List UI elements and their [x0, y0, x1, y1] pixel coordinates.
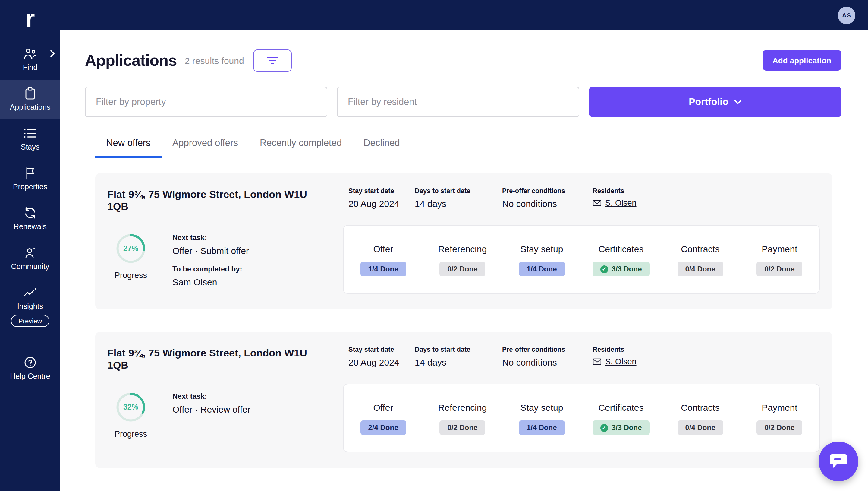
preview-badge: Preview	[11, 315, 49, 327]
progress-column: 32% Progress	[109, 384, 153, 453]
page-title: Applications	[85, 51, 177, 70]
main-content: Applications 2 results found Add applica…	[60, 30, 868, 491]
status-certificates: Certificates ✓ 3/3 Done	[581, 402, 661, 435]
application-card[interactable]: Flat 9¾, 75 Wigmore Street, London W1U 1…	[95, 332, 832, 468]
person-icon	[24, 246, 37, 259]
chip-label: 0/2 Done	[447, 424, 477, 432]
meta-value: No conditions	[502, 198, 592, 209]
app-logo[interactable]: r	[25, 4, 35, 34]
app-root: AS r Find	[0, 0, 868, 491]
sidebar-item-find[interactable]: Find	[0, 40, 60, 80]
progress-column: 27% Progress	[109, 225, 153, 294]
sidebar-item-help-centre[interactable]: Help Centre	[0, 349, 60, 388]
progress-ring: 32%	[115, 392, 147, 423]
progress-label: Progress	[115, 430, 147, 438]
sidebar-item-label: Applications	[10, 103, 51, 112]
resident-link[interactable]: S. Olsen	[605, 357, 637, 366]
chip-label: 0/2 Done	[447, 265, 477, 273]
status-chip[interactable]: ✓ 2/4 Done	[360, 421, 406, 435]
status-chip[interactable]: ✓ 3/3 Done	[592, 421, 650, 435]
user-avatar[interactable]: AS	[838, 7, 855, 24]
people-icon	[23, 47, 37, 60]
sidebar-item-label: Properties	[13, 183, 47, 191]
status-panel: Offer ✓ 2/4 Done Referencing ✓	[343, 384, 820, 453]
progress-percent: 27%	[115, 233, 147, 264]
card-body-row: 27% Progress Next task: Offer · Submit o…	[107, 225, 820, 294]
status-chip[interactable]: ✓ 1/4 Done	[519, 421, 564, 435]
filter-row: Portfolio	[85, 87, 841, 117]
status-chip[interactable]: ✓ 0/2 Done	[439, 421, 485, 435]
vertical-divider	[161, 226, 162, 275]
sidebar: r Find	[0, 0, 60, 491]
status-name: Certificates	[598, 402, 644, 412]
meta-value: 14 days	[415, 357, 502, 367]
status-stay-setup: Stay setup ✓ 1/4 Done	[502, 402, 581, 435]
status-name: Offer	[373, 244, 393, 254]
filter-button[interactable]	[253, 49, 292, 71]
task-info: Next task: Offer · Submit offer To be co…	[173, 225, 249, 294]
status-name: Contracts	[681, 402, 719, 412]
portfolio-dropdown[interactable]: Portfolio	[589, 87, 841, 117]
meta-pre-offer-conditions: Pre-offer conditions No conditions	[502, 346, 592, 372]
sidebar-item-renewals[interactable]: Renewals	[0, 199, 60, 239]
resident-link[interactable]: S. Olsen	[605, 198, 637, 207]
tab-approved-offers[interactable]: Approved offers	[161, 138, 249, 158]
add-application-button[interactable]: Add application	[762, 50, 841, 70]
sidebar-item-applications[interactable]: Applications	[0, 80, 60, 119]
status-contracts: Contracts ✓ 0/4 Done	[661, 244, 740, 276]
sidebar-item-properties[interactable]: Properties	[0, 159, 60, 199]
chip-label: 0/2 Done	[764, 265, 795, 273]
vertical-divider	[161, 385, 162, 433]
sidebar-item-community[interactable]: Community	[0, 239, 60, 279]
tab-recently-completed[interactable]: Recently completed	[249, 138, 352, 158]
sidebar-item-label: Stays	[21, 143, 40, 151]
status-name: Payment	[762, 244, 797, 254]
status-chip[interactable]: ✓ 1/4 Done	[519, 262, 564, 276]
chip-label: 0/4 Done	[685, 424, 715, 432]
chat-widget-button[interactable]	[818, 441, 858, 481]
filter-by-resident-input[interactable]	[337, 87, 579, 117]
completed-by-label: To be completed by:	[173, 265, 249, 273]
flag-icon	[24, 167, 36, 180]
chip-label: 0/2 Done	[764, 424, 795, 432]
sidebar-item-label: Renewals	[13, 223, 47, 231]
card-header-row: Flat 9¾, 75 Wigmore Street, London W1U 1…	[107, 187, 820, 213]
chevron-right-icon	[50, 50, 55, 57]
meta-pre-offer-conditions: Pre-offer conditions No conditions	[502, 187, 592, 213]
sidebar-item-stays[interactable]: Stays	[0, 119, 60, 159]
check-icon: ✓	[600, 424, 608, 432]
chip-label: 3/3 Done	[612, 265, 642, 273]
status-chip[interactable]: ✓ 3/3 Done	[592, 262, 650, 276]
chip-label: 1/4 Done	[527, 265, 557, 273]
meta-label: Stay start date	[348, 346, 415, 353]
meta-value: No conditions	[502, 357, 592, 367]
meta-label: Pre-offer conditions	[502, 187, 592, 194]
status-chip[interactable]: ✓ 0/4 Done	[677, 262, 723, 276]
tab-declined[interactable]: Declined	[352, 138, 411, 158]
tab-new-offers[interactable]: New offers	[95, 138, 161, 158]
meta-value: 20 Aug 2024	[348, 357, 415, 367]
meta-residents: Residents S. Olsen	[592, 346, 637, 372]
status-chip[interactable]: ✓ 0/2 Done	[756, 262, 802, 276]
chip-label: 1/4 Done	[368, 265, 398, 273]
status-offer: Offer ✓ 1/4 Done	[344, 244, 423, 276]
status-chip[interactable]: ✓ 1/4 Done	[360, 262, 406, 276]
filter-by-property-input[interactable]	[85, 87, 327, 117]
progress-percent: 32%	[115, 392, 147, 423]
sidebar-item-insights[interactable]: Insights Preview	[0, 279, 60, 335]
status-name: Payment	[762, 402, 797, 412]
next-task-label: Next task:	[173, 392, 250, 401]
status-chip[interactable]: ✓ 0/2 Done	[439, 262, 485, 276]
meta-stay-start: Stay start date 20 Aug 2024	[348, 187, 415, 213]
sidebar-divider	[10, 344, 50, 344]
status-chip[interactable]: ✓ 0/2 Done	[756, 421, 802, 435]
task-info: Next task: Offer · Review offer	[173, 384, 250, 453]
status-referencing: Referencing ✓ 0/2 Done	[423, 402, 502, 435]
meta-stay-start: Stay start date 20 Aug 2024	[348, 346, 415, 372]
property-address: Flat 9¾, 75 Wigmore Street, London W1U 1…	[107, 346, 348, 372]
status-chip[interactable]: ✓ 0/4 Done	[677, 421, 723, 435]
clipboard-icon	[24, 87, 36, 100]
tabs-and-cards: New offers Approved offers Recently comp…	[95, 138, 832, 468]
card-meta: Stay start date 20 Aug 2024 Days to star…	[348, 187, 820, 213]
application-card[interactable]: Flat 9¾, 75 Wigmore Street, London W1U 1…	[95, 173, 832, 310]
